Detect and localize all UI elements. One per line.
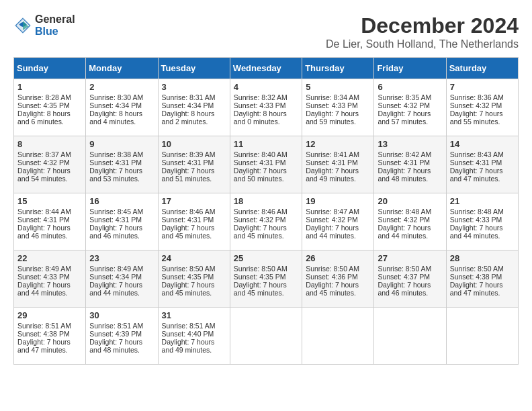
sunrise: Sunrise: 8:35 AM	[378, 93, 431, 101]
daylight: Daylight: 7 hours and 46 minutes.	[378, 281, 431, 297]
sunset: Sunset: 4:32 PM	[306, 216, 358, 224]
calendar-cell: 20Sunrise: 8:48 AMSunset: 4:32 PMDayligh…	[374, 193, 446, 250]
logo-general: General	[35, 13, 75, 26]
sunset: Sunset: 4:33 PM	[17, 273, 70, 281]
calendar-cell	[302, 308, 374, 365]
sunrise: Sunrise: 8:50 AM	[450, 265, 504, 273]
daylight: Daylight: 7 hours and 47 minutes.	[450, 167, 503, 183]
daylight: Daylight: 7 hours and 44 minutes.	[306, 224, 359, 240]
daylight: Daylight: 8 hours and 0 minutes.	[234, 109, 287, 126]
sunrise: Sunrise: 8:42 AM	[378, 150, 431, 158]
daylight: Daylight: 8 hours and 6 minutes.	[17, 109, 71, 126]
calendar-cell: 29Sunrise: 8:51 AMSunset: 4:38 PMDayligh…	[14, 308, 86, 365]
day-number: 25	[234, 253, 298, 263]
header-cell-thursday: Thursday	[302, 58, 374, 79]
day-number: 7	[450, 82, 515, 92]
calendar-cell: 15Sunrise: 8:44 AMSunset: 4:31 PMDayligh…	[14, 193, 86, 250]
calendar-title: December 2024	[326, 13, 519, 38]
calendar-cell	[374, 308, 446, 365]
calendar-cell: 23Sunrise: 8:49 AMSunset: 4:34 PMDayligh…	[86, 250, 158, 308]
calendar-cell: 28Sunrise: 8:50 AMSunset: 4:38 PMDayligh…	[446, 250, 518, 308]
calendar-cell: 18Sunrise: 8:46 AMSunset: 4:32 PMDayligh…	[230, 193, 302, 250]
daylight: Daylight: 7 hours and 46 minutes.	[17, 224, 71, 240]
sunrise: Sunrise: 8:32 AM	[234, 93, 287, 101]
day-number: 31	[162, 310, 226, 320]
sunset: Sunset: 4:39 PM	[89, 330, 142, 338]
sunrise: Sunrise: 8:41 AM	[306, 150, 359, 158]
day-number: 22	[17, 253, 82, 263]
sunrise: Sunrise: 8:34 AM	[306, 93, 359, 101]
sunset: Sunset: 4:32 PM	[378, 101, 430, 109]
day-number: 4	[234, 82, 298, 92]
calendar-body: 1Sunrise: 8:28 AMSunset: 4:35 PMDaylight…	[14, 79, 519, 365]
day-number: 29	[17, 310, 82, 320]
daylight: Daylight: 7 hours and 44 minutes.	[89, 281, 142, 297]
calendar-cell: 14Sunrise: 8:43 AMSunset: 4:31 PMDayligh…	[446, 136, 518, 193]
sunset: Sunset: 4:40 PM	[162, 330, 214, 338]
calendar-cell: 27Sunrise: 8:50 AMSunset: 4:37 PMDayligh…	[374, 250, 446, 308]
sunset: Sunset: 4:35 PM	[162, 273, 214, 281]
daylight: Daylight: 7 hours and 59 minutes.	[306, 109, 359, 126]
sunrise: Sunrise: 8:31 AM	[162, 93, 216, 101]
sunset: Sunset: 4:31 PM	[450, 158, 502, 167]
sunrise: Sunrise: 8:39 AM	[162, 150, 216, 158]
sunrise: Sunrise: 8:30 AM	[89, 93, 143, 101]
sunrise: Sunrise: 8:28 AM	[17, 93, 71, 101]
sunrise: Sunrise: 8:49 AM	[89, 265, 143, 273]
day-number: 19	[306, 196, 370, 206]
daylight: Daylight: 7 hours and 57 minutes.	[378, 109, 431, 126]
calendar-week-row: 1Sunrise: 8:28 AMSunset: 4:35 PMDaylight…	[14, 79, 519, 136]
calendar-cell: 22Sunrise: 8:49 AMSunset: 4:33 PMDayligh…	[14, 250, 86, 308]
calendar-cell: 25Sunrise: 8:50 AMSunset: 4:35 PMDayligh…	[230, 250, 302, 308]
calendar-subtitle: De Lier, South Holland, The Netherlands	[326, 38, 519, 50]
calendar-week-row: 15Sunrise: 8:44 AMSunset: 4:31 PMDayligh…	[14, 193, 519, 250]
daylight: Daylight: 7 hours and 53 minutes.	[89, 167, 142, 183]
sunset: Sunset: 4:31 PM	[162, 216, 214, 224]
calendar-cell: 6Sunrise: 8:35 AMSunset: 4:32 PMDaylight…	[374, 79, 446, 136]
day-number: 14	[450, 139, 515, 149]
calendar-week-row: 8Sunrise: 8:37 AMSunset: 4:32 PMDaylight…	[14, 136, 519, 193]
day-number: 5	[306, 82, 370, 92]
sunrise: Sunrise: 8:45 AM	[89, 208, 143, 216]
calendar-cell: 16Sunrise: 8:45 AMSunset: 4:31 PMDayligh…	[86, 193, 158, 250]
calendar-cell: 7Sunrise: 8:36 AMSunset: 4:32 PMDaylight…	[446, 79, 518, 136]
header-cell-tuesday: Tuesday	[158, 58, 230, 79]
calendar-cell	[446, 308, 518, 365]
header-cell-wednesday: Wednesday	[230, 58, 302, 79]
sunset: Sunset: 4:31 PM	[89, 158, 142, 167]
day-number: 23	[89, 253, 154, 263]
header-cell-friday: Friday	[374, 58, 446, 79]
sunrise: Sunrise: 8:51 AM	[89, 322, 143, 330]
sunset: Sunset: 4:33 PM	[306, 101, 358, 109]
daylight: Daylight: 7 hours and 44 minutes.	[17, 281, 71, 297]
calendar-cell: 24Sunrise: 8:50 AMSunset: 4:35 PMDayligh…	[158, 250, 230, 308]
sunset: Sunset: 4:32 PM	[234, 216, 286, 224]
daylight: Daylight: 7 hours and 49 minutes.	[162, 338, 215, 354]
header-cell-sunday: Sunday	[14, 58, 86, 79]
sunrise: Sunrise: 8:46 AM	[234, 208, 287, 216]
sunset: Sunset: 4:38 PM	[17, 330, 70, 338]
sunrise: Sunrise: 8:44 AM	[17, 208, 71, 216]
day-number: 24	[162, 253, 226, 263]
sunset: Sunset: 4:34 PM	[162, 101, 214, 109]
calendar-table: SundayMondayTuesdayWednesdayThursdayFrid…	[13, 57, 519, 365]
sunset: Sunset: 4:33 PM	[450, 216, 502, 224]
daylight: Daylight: 7 hours and 44 minutes.	[378, 224, 431, 240]
calendar-cell: 13Sunrise: 8:42 AMSunset: 4:31 PMDayligh…	[374, 136, 446, 193]
day-number: 28	[450, 253, 515, 263]
daylight: Daylight: 7 hours and 44 minutes.	[450, 224, 503, 240]
daylight: Daylight: 7 hours and 49 minutes.	[306, 167, 359, 183]
calendar-cell: 26Sunrise: 8:50 AMSunset: 4:36 PMDayligh…	[302, 250, 374, 308]
sunrise: Sunrise: 8:46 AM	[162, 208, 216, 216]
day-number: 6	[378, 82, 442, 92]
sunrise: Sunrise: 8:48 AM	[378, 208, 431, 216]
day-number: 10	[162, 139, 226, 149]
daylight: Daylight: 7 hours and 46 minutes.	[89, 224, 142, 240]
calendar-cell: 5Sunrise: 8:34 AMSunset: 4:33 PMDaylight…	[302, 79, 374, 136]
day-number: 8	[17, 139, 82, 149]
day-number: 27	[378, 253, 442, 263]
calendar-cell: 2Sunrise: 8:30 AMSunset: 4:34 PMDaylight…	[86, 79, 158, 136]
sunrise: Sunrise: 8:48 AM	[450, 208, 504, 216]
header-cell-saturday: Saturday	[446, 58, 518, 79]
sunrise: Sunrise: 8:36 AM	[450, 93, 504, 101]
